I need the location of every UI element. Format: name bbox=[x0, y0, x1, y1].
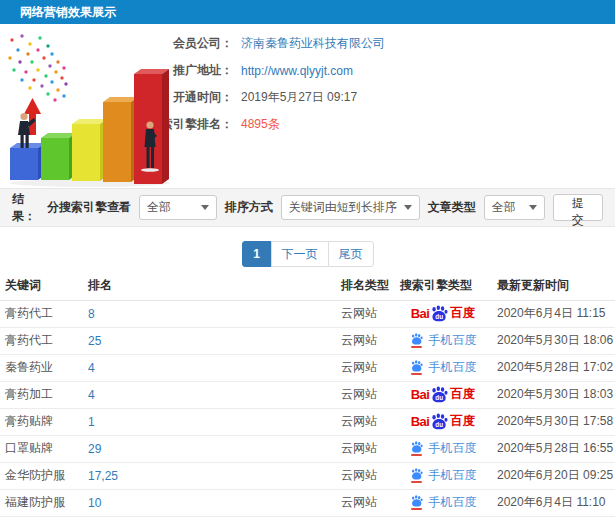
opened-time-value: 2019年5月27日 09:17 bbox=[241, 89, 357, 106]
opened-time-row: 开通时间： 2019年5月27日 09:17 bbox=[140, 84, 615, 111]
company-link[interactable]: 济南秦鲁药业科技有限公司 bbox=[241, 35, 385, 52]
mobile-baidu-logo: 手机百度 bbox=[410, 440, 477, 457]
rank-type-cell: 云网站 bbox=[336, 381, 393, 408]
baidu-logo: Bai du 百度 bbox=[411, 386, 476, 403]
baidu-logo: Bai du 百度 bbox=[411, 413, 476, 430]
rank-link[interactable]: 4 bbox=[88, 388, 95, 402]
engine-view-selected: 全部 bbox=[147, 199, 194, 216]
next-page-button[interactable]: 下一页 bbox=[271, 241, 329, 267]
engine-view-label: 分搜索引擎查看 bbox=[47, 199, 131, 216]
mobile-baidu-paw-icon bbox=[410, 360, 424, 375]
bar-green bbox=[41, 133, 76, 180]
growth-chart-illustration bbox=[0, 28, 172, 188]
header-updated: 最新更新时间 bbox=[493, 272, 615, 300]
rank-type-cell: 云网站 bbox=[336, 462, 393, 489]
rank-link[interactable]: 17,25 bbox=[88, 469, 118, 483]
article-type-select[interactable]: 全部 bbox=[484, 195, 545, 220]
chevron-down-icon bbox=[529, 205, 537, 210]
promo-url-link[interactable]: http://www.qlyyjt.com bbox=[241, 64, 353, 78]
engine-view-select[interactable]: 全部 bbox=[139, 195, 217, 220]
rank-type-cell: 云网站 bbox=[336, 408, 393, 435]
table-row: 口罩贴牌 29 云网站 手机百度 2020年5月28日 16:55 bbox=[0, 435, 615, 462]
table-row: 膏药贴牌 1 云网站 Bai du 百度 2020年5月30日 17:58 bbox=[0, 408, 615, 435]
keyword-cell: 福建防护服 bbox=[0, 489, 83, 516]
svg-text:du: du bbox=[436, 313, 444, 320]
baidu-paw-icon: du bbox=[430, 305, 449, 322]
mobile-baidu-paw-icon bbox=[410, 495, 424, 510]
promo-url-row: 推广地址： http://www.qlyyjt.com bbox=[140, 57, 615, 84]
mobile-baidu-logo: 手机百度 bbox=[410, 494, 477, 511]
rank-link[interactable]: 29 bbox=[88, 442, 101, 456]
results-label: 结果： bbox=[12, 191, 47, 225]
updated-cell: 2020年5月28日 17:02 bbox=[493, 354, 615, 381]
updated-cell: 2020年6月4日 11:15 bbox=[493, 300, 615, 327]
chevron-down-icon bbox=[404, 205, 412, 210]
pagination: 1 下一页 尾页 bbox=[0, 241, 615, 267]
sort-selected: 关键词由短到长排序 bbox=[289, 199, 397, 216]
sort-select[interactable]: 关键词由短到长排序 bbox=[281, 195, 420, 220]
header-keyword: 关键词 bbox=[0, 272, 83, 300]
keyword-cell: 金华防护服 bbox=[0, 462, 83, 489]
table-row: 膏药代工 8 云网站 Bai du 百度 2020年6月4日 11:15 bbox=[0, 300, 615, 327]
svg-text:du: du bbox=[436, 421, 444, 428]
table-row: 金华防护服 17,25 云网站 手机百度 2020年6月20日 09:25 bbox=[0, 462, 615, 489]
bar-blue bbox=[10, 143, 45, 180]
rank-link[interactable]: 25 bbox=[88, 334, 101, 348]
mobile-baidu-logo: 手机百度 bbox=[410, 359, 477, 376]
page-1-button[interactable]: 1 bbox=[242, 241, 272, 267]
mobile-baidu-logo: 手机百度 bbox=[410, 332, 477, 349]
mobile-baidu-logo: 手机百度 bbox=[410, 467, 477, 484]
keyword-cell: 膏药代工 bbox=[0, 300, 83, 327]
article-type-label: 文章类型 bbox=[428, 199, 476, 216]
keyword-cell: 膏药加工 bbox=[0, 381, 83, 408]
updated-cell: 2020年5月30日 17:58 bbox=[493, 408, 615, 435]
table-row: 膏药代工 25 云网站 手机百度 2020年5月30日 18:06 bbox=[0, 327, 615, 354]
sort-label: 排序方式 bbox=[225, 199, 273, 216]
keyword-cell: 膏药代工 bbox=[0, 327, 83, 354]
keyword-cell: 膏药贴牌 bbox=[0, 408, 83, 435]
bar-orange bbox=[103, 97, 138, 182]
company-row: 会员公司： 济南秦鲁药业科技有限公司 bbox=[140, 30, 615, 57]
table-row: 秦鲁药业 4 云网站 手机百度 2020年5月28日 17:02 bbox=[0, 354, 615, 381]
filter-bar: 结果： 分搜索引擎查看 全部 排序方式 关键词由短到长排序 文章类型 全部 提交 bbox=[0, 188, 615, 227]
header-engine-type: 搜索引擎类型 bbox=[393, 272, 493, 300]
table-row: 膏药加工 4 云网站 Bai du 百度 2020年5月30日 18:03 bbox=[0, 381, 615, 408]
rank-link[interactable]: 8 bbox=[88, 307, 95, 321]
rank-link[interactable]: 1 bbox=[88, 415, 95, 429]
baidu-paw-icon: du bbox=[430, 413, 449, 430]
article-type-selected: 全部 bbox=[492, 199, 522, 216]
chevron-down-icon bbox=[201, 205, 209, 210]
rank-type-cell: 云网站 bbox=[336, 327, 393, 354]
rank-type-cell: 云网站 bbox=[336, 354, 393, 381]
rank-type-cell: 云网站 bbox=[336, 435, 393, 462]
mobile-baidu-paw-icon bbox=[410, 441, 424, 456]
svg-text:du: du bbox=[436, 394, 444, 401]
header-rank: 排名 bbox=[83, 272, 336, 300]
keyword-cell: 秦鲁药业 bbox=[0, 354, 83, 381]
confetti-dots bbox=[8, 34, 67, 101]
bar-yellow bbox=[72, 119, 107, 181]
updated-cell: 2020年5月30日 18:06 bbox=[493, 327, 615, 354]
last-page-button[interactable]: 尾页 bbox=[328, 241, 374, 267]
keyword-ranking-table: 关键词 排名 排名类型 搜索引擎类型 最新更新时间 膏药代工 8 云网站 Bai… bbox=[0, 272, 615, 517]
mobile-baidu-paw-icon bbox=[410, 333, 424, 348]
rank-link[interactable]: 10 bbox=[88, 496, 101, 510]
table-row: 福建防护服 10 云网站 手机百度 2020年6月4日 11:10 bbox=[0, 489, 615, 516]
keyword-cell: 口罩贴牌 bbox=[0, 435, 83, 462]
rank-count-row: 搜索引擎排名： 4895条 bbox=[140, 111, 615, 138]
company-info-section: 会员公司： 济南秦鲁药业科技有限公司 推广地址： http://www.qlyy… bbox=[0, 24, 615, 188]
rank-link[interactable]: 4 bbox=[88, 361, 95, 375]
rank-type-cell: 云网站 bbox=[336, 489, 393, 516]
updated-cell: 2020年6月20日 09:25 bbox=[493, 462, 615, 489]
mobile-baidu-paw-icon bbox=[410, 468, 424, 483]
baidu-paw-icon: du bbox=[430, 386, 449, 403]
baidu-logo: Bai du 百度 bbox=[411, 305, 476, 322]
table-header-row: 关键词 排名 排名类型 搜索引擎类型 最新更新时间 bbox=[0, 272, 615, 300]
page-title: 网络营销效果展示 bbox=[0, 0, 615, 24]
rank-count-value: 4895条 bbox=[241, 116, 280, 133]
header-rank-type: 排名类型 bbox=[336, 272, 393, 300]
rank-type-cell: 云网站 bbox=[336, 300, 393, 327]
updated-cell: 2020年5月28日 16:55 bbox=[493, 435, 615, 462]
updated-cell: 2020年6月4日 11:10 bbox=[493, 489, 615, 516]
submit-button[interactable]: 提交 bbox=[553, 194, 603, 221]
